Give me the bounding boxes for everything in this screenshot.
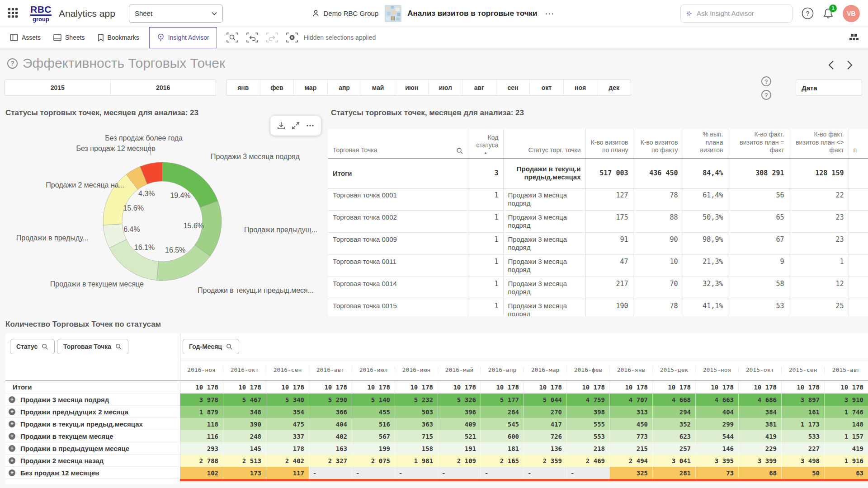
sheet-layout-icon[interactable] — [849, 33, 859, 42]
insight-advisor-button[interactable]: Insight Advisor — [149, 27, 217, 48]
document-more-menu[interactable]: ⋯ — [543, 8, 556, 19]
filter-help-icon[interactable]: ? — [761, 76, 771, 86]
notifications-button[interactable]: 1 — [823, 8, 834, 19]
pivot-column-2016-июн[interactable]: 2016-июн — [395, 366, 438, 373]
cell-trade-point[interactable]: Торговая точка 0011 — [328, 254, 468, 277]
bookmarks-tab[interactable]: Bookmarks — [91, 27, 146, 48]
assets-tab[interactable]: Assets — [4, 27, 47, 48]
date-filter[interactable]: Дата — [796, 80, 862, 96]
pivot-row-3-label[interactable]: +Продажи в текущ.и предыд.месяцах — [5, 418, 180, 430]
ask-insight-advisor-input[interactable] — [697, 9, 787, 17]
pivot-column-2015-окт[interactable]: 2015-окт — [738, 366, 781, 373]
pivot-column-2016-авг[interactable]: 2016-авг — [309, 366, 352, 373]
cell-status[interactable]: Продажи 3 месяца подряд — [503, 188, 585, 210]
sheets-tab[interactable]: Sheets — [47, 27, 91, 48]
more-options-icon[interactable] — [306, 121, 315, 130]
pivot-dim-year-month-button[interactable]: Год-Месяц — [183, 339, 239, 354]
pivot-dim-status-button[interactable]: Статус — [10, 339, 55, 354]
month-filter-cell-фев[interactable]: фев — [260, 80, 294, 95]
year-filter-cell-2016[interactable]: 2016 — [110, 80, 216, 95]
column-header-eq[interactable]: К-во факт. визитов план = факт — [728, 129, 789, 158]
help-icon[interactable]: ? — [802, 7, 814, 19]
cell-trade-point[interactable]: Торговая точка 0001 — [328, 188, 468, 210]
cell-trade-point[interactable]: Торговая точка 0014 — [328, 277, 468, 299]
download-icon[interactable] — [277, 121, 286, 130]
donut-segment-1[interactable] — [162, 162, 218, 207]
pivot-row-2-label[interactable]: +Продажи предыдущих 2 месяца — [5, 406, 180, 418]
month-filter-cell-ноя[interactable]: ноя — [563, 80, 597, 95]
column-header-status[interactable]: Статус торг. точки — [503, 129, 585, 158]
expand-icon[interactable]: + — [9, 396, 15, 403]
pivot-column-2016-янв[interactable]: 2016-янв — [609, 366, 652, 373]
pivot-column-2016-май[interactable]: 2016-май — [438, 366, 481, 373]
pivot-column-2015-ноя[interactable]: 2015-ноя — [695, 366, 738, 373]
pivot-column-2016-апр[interactable]: 2016-апр — [481, 366, 524, 373]
cell-status[interactable]: Продажи 3 месяца подряд — [503, 254, 585, 277]
pivot-column-2016-июл[interactable]: 2016-июл — [352, 366, 395, 373]
column-header-trade-point[interactable]: Торговая Точка — [328, 129, 468, 158]
cell-status-code[interactable]: 1 — [468, 254, 503, 277]
column-header-status-code[interactable]: Код статуса ▲ — [468, 129, 503, 158]
column-header-neq[interactable]: К-во факт. визитов план <> факт — [789, 129, 849, 158]
smart-search-icon[interactable] — [226, 32, 239, 43]
month-filter-cell-дек[interactable]: дек — [597, 80, 631, 95]
sheet-help-icon[interactable]: ? — [7, 58, 18, 69]
pivot-row-7-label[interactable]: +Без продаж 12 месяцев — [5, 467, 180, 479]
cell-status-code[interactable]: 1 — [468, 210, 503, 232]
cell-trade-point[interactable]: Торговая точка 0002 — [328, 210, 468, 232]
month-filter-cell-май[interactable]: май — [361, 80, 395, 95]
sheet-selector-dropdown[interactable]: Sheet — [129, 5, 223, 23]
ask-insight-advisor-box[interactable] — [680, 5, 793, 23]
pivot-column-2016-ноя[interactable]: 2016-ноя — [180, 366, 223, 373]
app-launcher-grid-icon[interactable] — [8, 8, 19, 19]
pivot-column-2015-авг[interactable]: 2015-авг — [824, 366, 868, 373]
redo-selection-icon[interactable] — [266, 32, 278, 43]
cell-status[interactable]: Продажи 3 месяца подряд — [503, 299, 585, 316]
pivot-column-2016-сен[interactable]: 2016-сен — [266, 366, 309, 373]
pivot-totals-row-label[interactable]: Итоги — [5, 381, 180, 394]
column-header-plan-visits[interactable]: К-во визитов по плану — [585, 129, 633, 158]
pivot-column-2015-сен[interactable]: 2015-сен — [781, 366, 824, 373]
pivot-column-2016-окт[interactable]: 2016-окт — [223, 366, 266, 373]
cell-status-code[interactable]: 1 — [468, 188, 503, 210]
search-icon[interactable] — [456, 147, 463, 155]
month-filter-cell-янв[interactable]: янв — [226, 80, 260, 95]
expand-icon[interactable]: + — [9, 445, 15, 452]
prev-sheet-icon[interactable] — [828, 60, 834, 70]
expand-icon[interactable]: + — [9, 408, 15, 415]
expand-icon[interactable]: + — [9, 421, 15, 427]
pivot-dim-trade-point-button[interactable]: Торговая Точка — [57, 339, 128, 354]
cell-trade-point[interactable]: Торговая точка 0015 — [328, 299, 468, 316]
expand-icon[interactable]: + — [9, 457, 15, 464]
month-filter-cell-апр[interactable]: апр — [327, 80, 361, 95]
cell-status-code[interactable]: 1 — [468, 277, 503, 299]
pivot-row-6-label[interactable]: +Продажи 2 месяца назад — [5, 455, 180, 467]
expand-icon[interactable]: + — [9, 433, 15, 440]
year-filter-cell-2015[interactable]: 2015 — [5, 80, 110, 95]
cell-status-code[interactable]: 1 — [468, 299, 503, 316]
pivot-column-2016-мар[interactable]: 2016-мар — [524, 366, 566, 373]
next-sheet-icon[interactable] — [847, 60, 853, 70]
expand-icon[interactable]: + — [9, 469, 15, 476]
cell-status-code[interactable]: 1 — [468, 232, 503, 254]
pivot-row-5-label[interactable]: +Продажи в предыдущем месяце — [5, 442, 180, 455]
space-selector[interactable]: Demo RBC Group — [312, 9, 379, 18]
cell-status[interactable]: Продажи 3 месяца подряд — [503, 277, 585, 299]
month-filter-cell-авг[interactable]: авг — [462, 80, 496, 95]
month-filter-cell-июл[interactable]: июл — [428, 80, 462, 95]
column-header-pct-plan[interactable]: % вып. плана визитов — [683, 129, 728, 158]
cell-trade-point[interactable]: Торговая точка 0009 — [328, 232, 468, 254]
cell-status[interactable]: Продажи 3 месяца подряд — [503, 210, 585, 232]
undo-selection-icon[interactable] — [246, 32, 259, 43]
pivot-row-1-label[interactable]: +Продажи 3 месяца подряд — [5, 394, 180, 406]
clear-selections-icon[interactable] — [286, 32, 298, 43]
column-header-fact-visits[interactable]: К-во визитов по факту — [633, 129, 683, 158]
avatar[interactable]: VB — [843, 5, 860, 22]
pivot-column-2016-фев[interactable]: 2016-фев — [566, 366, 609, 373]
pivot-column-2015-дек[interactable]: 2015-дек — [652, 366, 695, 373]
fullscreen-icon[interactable] — [291, 121, 300, 130]
month-filter-cell-мар[interactable]: мар — [293, 80, 327, 95]
cell-status[interactable]: Продажи 3 месяца подряд — [503, 232, 585, 254]
pivot-row-4-label[interactable]: +Продажи в текущем месяце — [5, 430, 180, 442]
month-filter-cell-июн[interactable]: июн — [395, 80, 429, 95]
